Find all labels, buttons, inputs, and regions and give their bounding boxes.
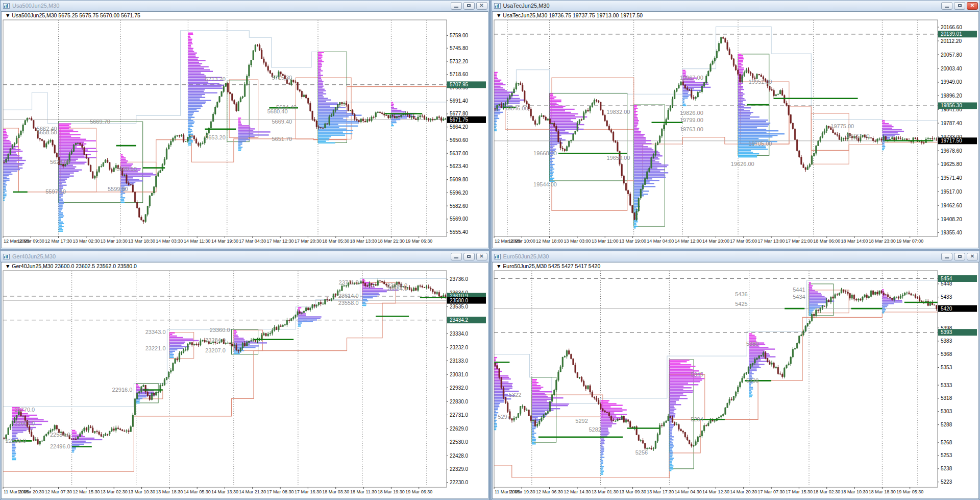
time-tick-label: 12 Mar 17:30 bbox=[45, 239, 72, 244]
price-annotation: 22584.0 bbox=[50, 432, 70, 438]
close-icon: ✕ bbox=[970, 3, 974, 8]
time-tick-label: 12 Mar 14:30 bbox=[564, 489, 591, 494]
time-tick-label: 13 Mar 03:00 bbox=[564, 239, 591, 244]
minimize-button[interactable] bbox=[941, 2, 952, 10]
price-annotation: 5628.00 bbox=[50, 159, 70, 165]
time-tick-label: 12 Mar 18:00 bbox=[536, 239, 563, 244]
chart-canvas[interactable]: 5713.205653.205715.305669.405651.705669.… bbox=[2, 12, 488, 248]
price-annotation: 5597.10 bbox=[45, 188, 66, 195]
chart-window-euro50: Euro50Jun25,M30 ✕ 5436542554415434538053… bbox=[491, 251, 980, 500]
minimize-button[interactable] bbox=[451, 2, 462, 10]
chart-canvas[interactable]: 23711.023614.023558.023688.023664.023343… bbox=[2, 263, 488, 498]
time-tick-label: 12 Mar 15:30 bbox=[72, 489, 100, 494]
minimize-button[interactable] bbox=[451, 253, 462, 260]
price-tick-label: 19949.00 bbox=[941, 79, 962, 85]
time-tick-label: 17 Mar 15:30 bbox=[785, 489, 812, 494]
restore-button[interactable] bbox=[463, 253, 475, 260]
price-tick-label: 5353 bbox=[941, 365, 952, 370]
svg-text:5454: 5454 bbox=[941, 276, 952, 281]
time-tick-label: 18 Mar 06:00 bbox=[813, 239, 840, 244]
time-tick-label: 14 Mar 21:30 bbox=[239, 489, 266, 494]
price-tick-label: 22932.0 bbox=[450, 385, 469, 391]
chart-area[interactable]: 5436542554415434538053455338532252945282… bbox=[492, 262, 979, 499]
price-tick-label: 19896.20 bbox=[941, 93, 962, 99]
price-tick-label: 5569.00 bbox=[450, 216, 469, 222]
chart-window-ger40: Ger40Jun25,M30 ✕ 23711.023614.023558.023… bbox=[0, 251, 489, 500]
price-annotation: 5297 bbox=[498, 414, 510, 420]
price-tick-label: 5555.40 bbox=[450, 229, 469, 235]
time-tick-label: 19 Mar 06:30 bbox=[405, 239, 432, 244]
window-titlebar[interactable]: Euro50Jun25,M30 ✕ bbox=[492, 251, 980, 262]
price-tick-label: 5609.80 bbox=[450, 177, 469, 182]
price-annotation: 5680.40 bbox=[267, 108, 288, 114]
restore-button[interactable] bbox=[954, 253, 965, 260]
price-tick-label: 22629.0 bbox=[450, 426, 469, 432]
price-annotation: 5436 bbox=[735, 291, 747, 297]
chart-window-icon bbox=[494, 254, 501, 259]
price-tick-label: 23736.0 bbox=[450, 276, 469, 282]
price-annotation: 5294 bbox=[691, 416, 703, 422]
close-button[interactable]: ✕ bbox=[476, 2, 487, 10]
chart-area[interactable]: 23711.023614.023558.023688.023664.023343… bbox=[1, 262, 488, 499]
close-button[interactable]: ✕ bbox=[967, 2, 978, 10]
price-tick-label: 5383 bbox=[941, 338, 952, 344]
svg-text:5393: 5393 bbox=[941, 329, 952, 335]
price-annotation: 22667.0 bbox=[14, 420, 35, 426]
price-tick-label: 5691.40 bbox=[450, 98, 469, 104]
price-annotation: 23664.0 bbox=[387, 285, 407, 292]
svg-text:20139.01: 20139.01 bbox=[941, 31, 962, 37]
time-tick-label: 14 Mar 03:30 bbox=[156, 239, 183, 244]
time-tick-label: 18 Mar 13:30 bbox=[350, 239, 377, 244]
price-annotation: 5669.40 bbox=[272, 118, 292, 125]
ohlc-readout: ▼ UsaTecJun25,M30 19736.75 19737.75 1971… bbox=[496, 12, 643, 18]
price-tick-label: 22428.0 bbox=[450, 453, 469, 459]
minimize-button[interactable] bbox=[941, 253, 952, 260]
chart-area[interactable]: 5713.205653.205715.305669.405651.705669.… bbox=[1, 11, 488, 248]
close-button[interactable]: ✕ bbox=[476, 253, 487, 260]
minimize-icon bbox=[454, 7, 458, 8]
price-tick-label: 5238 bbox=[941, 466, 952, 471]
price-annotation: 5653.20 bbox=[205, 134, 226, 140]
price-tick-label: 5333 bbox=[941, 383, 952, 388]
time-tick-label: 18 Mar 02:30 bbox=[813, 489, 840, 494]
restore-button[interactable] bbox=[954, 2, 965, 10]
time-tick-label: 13 Mar 19:00 bbox=[619, 239, 646, 244]
price-annotation: 19705.00 bbox=[748, 140, 772, 147]
price-tick-label: 22731.0 bbox=[450, 412, 469, 418]
window-titlebar[interactable]: Ger40Jun25,M30 ✕ bbox=[1, 251, 489, 262]
price-tick-label: 5637.00 bbox=[450, 151, 469, 156]
price-tick-label: 5268 bbox=[941, 440, 952, 445]
price-annotation: 19544.00 bbox=[533, 181, 557, 187]
svg-text:23434.2: 23434.2 bbox=[450, 317, 469, 323]
price-annotation: 5256 bbox=[635, 449, 647, 456]
price-annotation: 23360.0 bbox=[210, 327, 230, 333]
price-annotation: 19967.00 bbox=[679, 75, 703, 81]
price-tick-label: 23133.0 bbox=[450, 358, 469, 364]
time-tick-label: 17 Mar 04:30 bbox=[239, 239, 266, 244]
time-tick-label: 17 Mar 12:30 bbox=[267, 239, 294, 244]
price-annotation: 5599.80 bbox=[108, 186, 128, 192]
time-tick-label: 17 Mar 07:30 bbox=[757, 489, 785, 494]
chart-canvas[interactable]: 5436542554415434538053455338532252945282… bbox=[493, 263, 979, 498]
window-titlebar[interactable]: Usa500Jun25,M30 ✕ bbox=[1, 1, 489, 11]
time-tick-label: 18 Mar 10:30 bbox=[841, 489, 868, 494]
price-annotation: 22538.0 bbox=[6, 438, 26, 444]
time-tick-label: 17 Mar 08:30 bbox=[267, 489, 294, 494]
price-annotation: 19763.00 bbox=[679, 126, 703, 132]
price-tick-label: 22329.0 bbox=[450, 466, 469, 472]
chart-canvas[interactable]: 19967.0019826.0019799.0019763.0019951.00… bbox=[493, 12, 979, 248]
window-titlebar[interactable]: UsaTecJun25,M30 ✕ bbox=[492, 1, 980, 11]
price-annotation: 5338 bbox=[746, 377, 758, 384]
time-tick-label: 18 Mar 05:30 bbox=[322, 239, 349, 244]
price-tick-label: 19517.00 bbox=[941, 189, 962, 195]
minimize-icon bbox=[945, 257, 949, 258]
price-tick-label: 5303 bbox=[941, 409, 952, 414]
time-tick-label: 14 Mar 20:30 bbox=[730, 489, 757, 494]
price-tick-label: 5448 bbox=[941, 281, 952, 287]
time-tick-label: 14 Mar 12:00 bbox=[674, 239, 701, 244]
svg-text:5420: 5420 bbox=[941, 306, 952, 312]
chart-area[interactable]: 19967.0019826.0019799.0019763.0019951.00… bbox=[492, 11, 979, 248]
close-button[interactable]: ✕ bbox=[967, 253, 978, 260]
time-tick-label: 14 Mar 11:30 bbox=[184, 239, 210, 244]
restore-button[interactable] bbox=[463, 2, 475, 10]
